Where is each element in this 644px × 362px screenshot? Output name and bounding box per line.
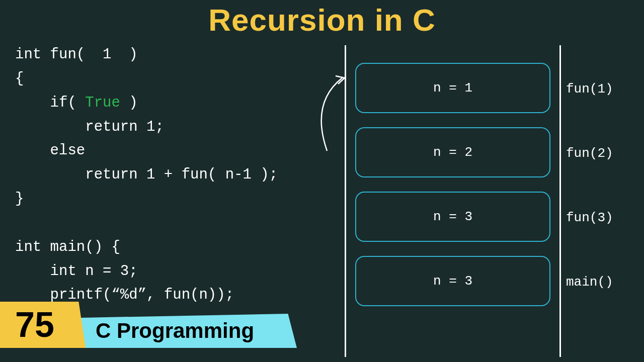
stack-label-2: fun(3) <box>566 210 613 225</box>
stack-label-3: main() <box>566 275 613 290</box>
call-stack-area: n = 1 n = 2 n = 3 n = 3 fun(1) fun(2) fu… <box>345 45 561 357</box>
slide-title: Recursion in C <box>0 0 644 38</box>
stack-frame-3: n = 3 <box>355 256 550 306</box>
stack-frame-0: n = 1 <box>355 63 550 113</box>
code-line-1: int fun( 1 ) <box>15 46 138 63</box>
frame-content: n = 2 <box>433 145 472 160</box>
series-name-badge: C Programming <box>75 314 297 348</box>
code-line-3c: ) <box>120 95 138 111</box>
frame-content: n = 3 <box>433 274 472 289</box>
code-line-5: else <box>15 142 85 159</box>
code-line-3a: if( <box>15 95 85 111</box>
stack-label-1: fun(2) <box>566 146 613 161</box>
episode-number-badge: 75 <box>0 302 86 348</box>
code-true-highlight: True <box>85 95 120 111</box>
code-block: int fun( 1 ) { if( True ) return 1; else… <box>15 43 278 307</box>
code-line-11: printf(“%d”, fun(n)); <box>15 287 234 303</box>
code-line-2: { <box>15 70 24 87</box>
stack-frame-2: n = 3 <box>355 192 550 242</box>
code-line-6: return 1 + fun( n-1 ); <box>15 166 278 183</box>
stack-frame-1: n = 2 <box>355 127 550 177</box>
stack-label-0: fun(1) <box>566 81 613 97</box>
code-line-10: int n = 3; <box>15 263 138 280</box>
frame-content: n = 1 <box>433 80 472 96</box>
stack-container: n = 1 n = 2 n = 3 n = 3 <box>345 45 561 357</box>
bottom-banner: 75 C Programming <box>0 302 297 348</box>
code-line-7: } <box>15 191 24 207</box>
code-line-9: int main() { <box>15 239 120 255</box>
frame-content: n = 3 <box>433 209 472 224</box>
code-line-4: return 1; <box>15 119 164 135</box>
